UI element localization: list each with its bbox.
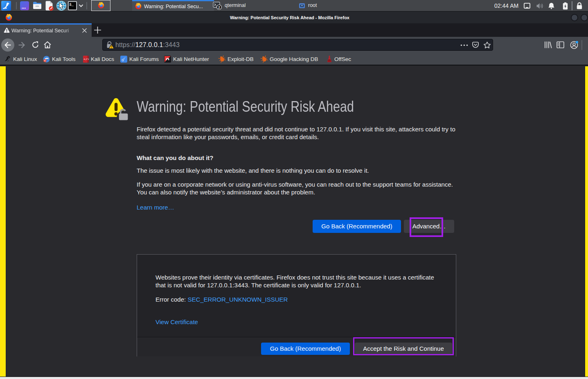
svg-text:</>: </> xyxy=(83,57,89,61)
svg-text:2: 2 xyxy=(218,5,220,9)
svg-text:$_: $_ xyxy=(69,3,74,7)
